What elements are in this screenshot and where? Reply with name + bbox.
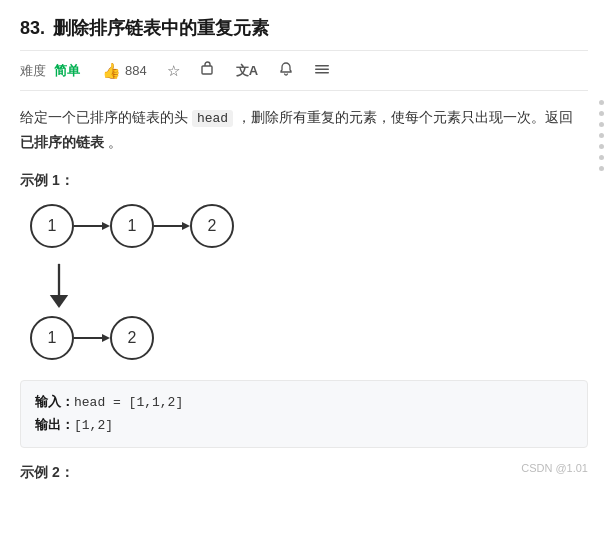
output-label: 输出： — [35, 418, 74, 433]
arrow-result — [74, 329, 110, 347]
arrow-2 — [154, 217, 190, 235]
svg-rect-2 — [315, 69, 329, 71]
code-block: 输入：head = [1,1,2] 输出：[1,2] — [20, 380, 588, 449]
svg-rect-0 — [202, 66, 212, 74]
svg-rect-1 — [315, 65, 329, 67]
svg-marker-7 — [182, 222, 190, 230]
after-list: 1 2 — [30, 316, 154, 360]
diagram-before: 1 1 2 1 2 — [20, 204, 588, 366]
example1-title: 示例 1： — [20, 172, 588, 190]
svg-marker-11 — [102, 334, 110, 342]
title-row: 83. 删除排序链表中的重复元素 — [20, 16, 588, 40]
svg-marker-9 — [50, 295, 68, 308]
toolbar: 难度 简单 👍 884 ☆ 文A — [20, 50, 588, 91]
bell-icon — [278, 61, 294, 80]
scroll-dot-5 — [599, 144, 604, 149]
output-line: 输出：[1,2] — [35, 414, 573, 437]
translate-icon: 文A — [236, 62, 258, 80]
desc-part2: ，删除所有重复的元素，使每个元素只出现一次。返回 — [237, 109, 573, 125]
down-arrow-icon — [44, 262, 74, 308]
node-1-result: 1 — [30, 316, 74, 360]
before-list: 1 1 2 — [30, 204, 234, 248]
scroll-indicator — [599, 100, 604, 171]
problem-title: 删除排序链表中的重复元素 — [53, 16, 269, 40]
scroll-dot-7 — [599, 166, 604, 171]
input-label: 输入： — [35, 395, 74, 410]
arrow-down-container — [30, 262, 74, 308]
output-value: [1,2] — [74, 418, 113, 433]
svg-rect-3 — [315, 72, 329, 74]
svg-marker-5 — [102, 222, 110, 230]
star-icon: ☆ — [167, 62, 180, 80]
star-button[interactable]: ☆ — [159, 60, 188, 82]
like-count: 884 — [125, 63, 147, 78]
scroll-dot-2 — [599, 111, 604, 116]
node-2-result: 2 — [110, 316, 154, 360]
share-icon — [200, 61, 216, 80]
difficulty-label: 难度 — [20, 62, 46, 80]
desc-bold: 已排序的链表 — [20, 134, 104, 150]
scroll-dot-1 — [599, 100, 604, 105]
input-value: head = [1,1,2] — [74, 395, 183, 410]
example2-title: 示例 2： — [20, 464, 588, 482]
difficulty-value: 简单 — [54, 62, 80, 80]
desc-part3: 。 — [108, 134, 122, 150]
desc-part1: 给定一个已排序的链表的头 — [20, 109, 188, 125]
bell-button[interactable] — [270, 59, 302, 82]
arrow-1 — [74, 217, 110, 235]
watermark: CSDN @1.01 — [521, 462, 588, 474]
node-1b: 1 — [110, 204, 154, 248]
translate-button[interactable]: 文A — [228, 60, 266, 82]
scroll-dot-6 — [599, 155, 604, 160]
share-button[interactable] — [192, 59, 224, 82]
menu-button[interactable] — [306, 59, 338, 82]
description: 给定一个已排序的链表的头 head ，删除所有重复的元素，使每个元素只出现一次。… — [20, 105, 588, 156]
scroll-dot-4 — [599, 133, 604, 138]
menu-icon — [314, 61, 330, 80]
code-keyword: head — [192, 110, 233, 127]
problem-number: 83. — [20, 18, 45, 39]
like-button[interactable]: 👍 884 — [94, 60, 155, 82]
like-icon: 👍 — [102, 62, 121, 80]
node-2a: 2 — [190, 204, 234, 248]
input-line: 输入：head = [1,1,2] — [35, 391, 573, 414]
scroll-dot-3 — [599, 122, 604, 127]
node-1a: 1 — [30, 204, 74, 248]
